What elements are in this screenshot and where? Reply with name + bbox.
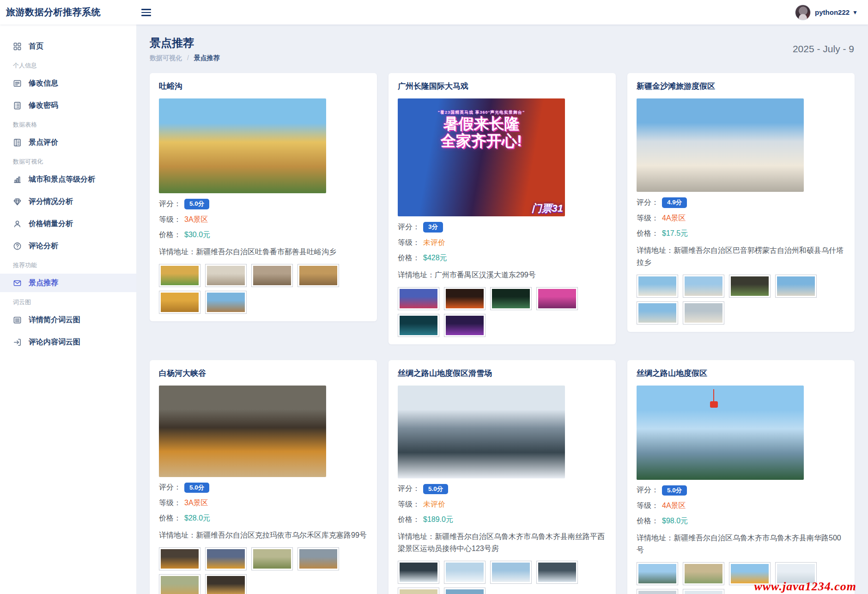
attraction-card: 广州长隆国际大马戏 "看23国精英马戏 享360°声光电实景舞台"暑假来长隆全家… [388, 73, 616, 344]
sidebar-section-label: 数据可视化 [0, 158, 136, 166]
attraction-photo[interactable] [637, 386, 804, 480]
thumbnail[interactable] [159, 291, 200, 314]
user-avatar[interactable] [795, 5, 811, 20]
thumbnail[interactable] [205, 574, 247, 594]
thumbnail[interactable] [490, 287, 532, 310]
level-value: 未评价 [423, 500, 445, 509]
question-icon [13, 242, 22, 251]
thumbnail[interactable] [637, 589, 678, 594]
address-row: 详情地址：新疆维吾尔自治区乌鲁木齐市乌鲁木齐县南华路500号 [637, 532, 845, 556]
attraction-title: 新疆金沙滩旅游度假区 [637, 81, 845, 92]
address-row: 详情地址：新疆维吾尔自治区克拉玛依市乌尔禾区库克塞路99号 [159, 529, 368, 541]
thumbnail[interactable] [775, 275, 817, 298]
sidebar-item-景点评价[interactable]: 景点评价 [0, 133, 136, 152]
thumbnail[interactable] [444, 314, 486, 337]
attraction-photo[interactable] [159, 386, 326, 477]
price-value: $98.0元 [662, 516, 688, 526]
thumbnail[interactable] [297, 547, 339, 570]
price-value: $30.0元 [184, 230, 210, 240]
thumbnail[interactable] [205, 547, 247, 570]
hamburger-menu-icon[interactable] [141, 6, 153, 18]
thumbnail[interactable] [444, 588, 486, 594]
thumbnail-image [400, 316, 437, 335]
sidebar-item-label: 城市和景点等级分析 [29, 175, 95, 184]
price-label: 价格： [159, 230, 181, 240]
thumbnail[interactable] [398, 287, 439, 310]
thumbnail[interactable] [159, 574, 200, 594]
thumbnail[interactable] [637, 275, 678, 298]
price-value: $17.5元 [662, 229, 688, 239]
sidebar-item-评分情况分析[interactable]: 评分情况分析 [0, 192, 136, 211]
thumbnail-image [492, 289, 530, 308]
address-value: 广州市番禺区汉溪大道东299号 [435, 271, 536, 279]
thumbnail[interactable] [251, 547, 293, 570]
thumbnail-image [638, 591, 676, 594]
level-value: 未评价 [423, 238, 445, 248]
thumbnail[interactable] [159, 547, 200, 570]
attraction-card: 吐峪沟 评分： 5.0分 等级： 3A景区 价格： $30.0元 详情地址：新疆… [150, 73, 377, 321]
thumbnail[interactable] [637, 562, 678, 585]
thumbnail[interactable] [398, 314, 439, 337]
thumbnail[interactable] [251, 264, 293, 287]
price-row: 价格： $30.0元 [159, 230, 368, 240]
thumbnail[interactable] [444, 561, 486, 584]
thumbnail-list [398, 561, 607, 594]
price-row: 价格： $28.0元 [159, 514, 368, 523]
thumbnail[interactable] [205, 264, 247, 287]
attraction-photo[interactable] [398, 386, 565, 478]
thumbnail[interactable] [729, 275, 771, 298]
thumbnail[interactable] [536, 561, 578, 584]
sidebar-item-城市和景点等级分析[interactable]: 城市和景点等级分析 [0, 170, 136, 189]
thumbnail[interactable] [444, 287, 486, 310]
sidebar-item-首页[interactable]: 首页 [0, 37, 136, 55]
level-row: 等级： 3A景区 [159, 215, 368, 225]
breadcrumb-link[interactable]: 数据可视化 [150, 54, 182, 61]
current-date: 2025 - July - 9 [793, 43, 854, 55]
thumbnail[interactable] [297, 264, 339, 287]
level-label: 等级： [398, 500, 420, 509]
thumbnail-image [777, 276, 815, 296]
thumbnail-image [161, 576, 199, 594]
sidebar-item-label: 评论内容词云图 [29, 337, 80, 347]
sidebar-item-详情简介词云图[interactable]: 详情简介词云图 [0, 311, 136, 329]
thumbnail-list [398, 287, 607, 337]
sidebar-item-评论内容词云图[interactable]: 评论内容词云图 [0, 333, 136, 351]
sidebar-item-修改密码[interactable]: 修改密码 [0, 96, 136, 115]
rating-label: 评分： [159, 199, 181, 209]
thumbnail[interactable] [159, 264, 200, 287]
sidebar-item-价格销量分析[interactable]: 价格销量分析 [0, 214, 136, 233]
user-menu[interactable]: python222 ▼ [795, 0, 858, 24]
thumbnail[interactable] [398, 561, 439, 584]
attraction-photo[interactable]: "看23国精英马戏 享360°声光电实景舞台"暑假来长隆全家齐开心!门票31 [398, 98, 565, 216]
attraction-photo[interactable] [637, 98, 804, 192]
sidebar-item-评论分析[interactable]: 评论分析 [0, 237, 136, 255]
thumbnail[interactable] [683, 301, 724, 325]
rating-label: 评分： [637, 198, 659, 208]
user-icon [13, 220, 22, 228]
username[interactable]: python222 [815, 8, 850, 16]
sidebar-item-修改信息[interactable]: 修改信息 [0, 74, 136, 92]
thumbnail[interactable] [637, 301, 678, 325]
rating-label: 评分： [637, 485, 659, 495]
thumbnail[interactable] [536, 287, 578, 310]
thumbnail[interactable] [683, 562, 724, 585]
attraction-card: 新疆金沙滩旅游度假区 评分： 4.9分 等级： 4A景区 价格： $17.5元 … [627, 73, 855, 332]
thumbnail[interactable] [398, 588, 439, 594]
price-label: 价格： [637, 516, 659, 526]
thumbnail-image [161, 549, 199, 569]
thumbnail[interactable] [683, 589, 724, 594]
sidebar-item-景点推荐[interactable]: 景点推荐 [0, 274, 136, 292]
attraction-photo[interactable] [159, 98, 326, 193]
thumbnail-image [207, 293, 245, 312]
thumbnail-image [161, 266, 199, 285]
thumbnail[interactable] [490, 561, 532, 584]
thumbnail[interactable] [683, 275, 724, 298]
price-value: $28.0元 [184, 514, 210, 523]
address-row: 详情地址：新疆维吾尔自治区巴音郭楞蒙古自治州和硕县乌什塔拉乡 [637, 245, 845, 269]
thumbnail-image [299, 266, 337, 285]
level-row: 等级： 未评价 [398, 238, 607, 248]
thumbnail-image [638, 276, 676, 296]
thumbnail[interactable] [205, 291, 247, 314]
thumbnail-image [161, 293, 199, 312]
level-label: 等级： [398, 238, 420, 248]
